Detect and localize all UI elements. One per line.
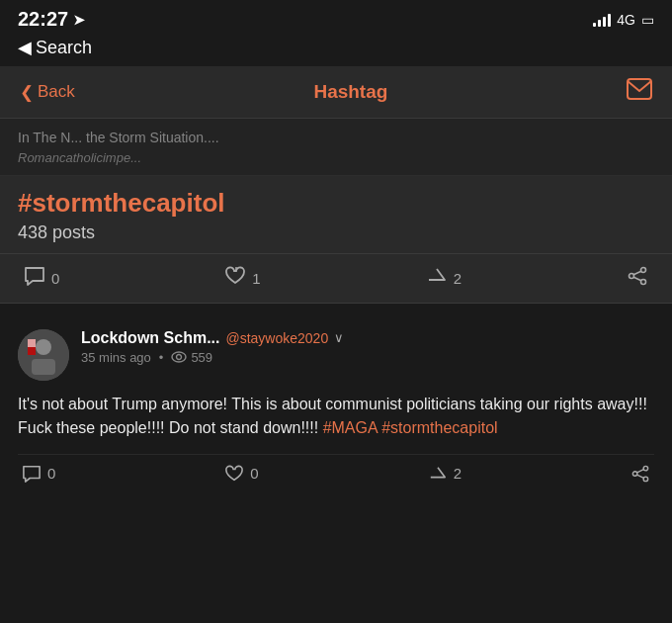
upvote-count: 2 — [454, 270, 462, 287]
svg-point-14 — [643, 466, 648, 471]
share-action[interactable] — [627, 266, 648, 291]
upvote-icon — [428, 465, 448, 483]
network-label: 4G — [617, 12, 635, 28]
hashtag-section: #stormthecapitol 438 posts — [0, 176, 672, 254]
svg-point-2 — [640, 267, 645, 272]
search-back-button[interactable]: ◀ Search — [18, 37, 654, 58]
comment-icon — [24, 266, 45, 291]
preview-text: In The N... the Storm Situation.... — [18, 129, 654, 148]
svg-point-8 — [36, 339, 51, 355]
mail-icon[interactable] — [627, 78, 652, 106]
like-icon — [224, 266, 246, 291]
user-row: Lockdown Schm... @staywoke2020 ∨ — [81, 329, 654, 347]
post-comment-count: 0 — [47, 465, 55, 482]
hashtag-stormthecapitol[interactable]: #stormthecapitol — [381, 419, 497, 436]
user-handle: @staywoke2020 — [225, 330, 328, 346]
post-body: It's not about Trump anymore! This is ab… — [18, 393, 654, 440]
status-icons: 4G ▭ — [593, 12, 654, 28]
svg-point-15 — [643, 477, 648, 482]
like-action[interactable]: 1 — [224, 266, 260, 291]
share-icon — [627, 266, 648, 291]
svg-point-12 — [172, 352, 186, 362]
search-label: Search — [36, 38, 92, 58]
post-card: Lockdown Schm... @staywoke2020 ∨ 35 mins… — [0, 313, 672, 498]
location-arrow-icon: ➤ — [73, 12, 85, 28]
back-chevron-icon: ❮ — [20, 82, 34, 103]
post-upvote-count: 2 — [454, 465, 462, 482]
post-preview: In The N... the Storm Situation.... Roma… — [0, 119, 672, 176]
posts-count: 438 posts — [18, 222, 654, 243]
svg-rect-9 — [32, 359, 55, 375]
back-label: Back — [38, 82, 75, 102]
post-views: 559 — [171, 350, 212, 365]
nav-bar: ❮ Back Hashtag — [0, 66, 672, 119]
svg-line-6 — [633, 277, 641, 281]
back-button[interactable]: ❮ Back — [20, 82, 75, 103]
time-display: 22:27 — [18, 8, 68, 31]
svg-line-17 — [637, 469, 644, 472]
page-title: Hashtag — [313, 81, 387, 103]
svg-line-5 — [633, 271, 641, 275]
preview-user: Romancatholicimpe... — [18, 150, 654, 165]
status-bar: 22:27 ➤ 4G ▭ — [0, 0, 672, 35]
status-time: 22:27 ➤ — [18, 8, 85, 31]
svg-point-3 — [640, 279, 645, 284]
views-count: 559 — [191, 350, 212, 365]
like-icon — [224, 465, 244, 483]
search-bar: ◀ Search — [0, 35, 672, 66]
post-actions: 0 0 2 — [18, 454, 654, 483]
hashtag-maga[interactable]: #MAGA — [323, 419, 378, 436]
dropdown-chevron-icon[interactable]: ∨ — [334, 330, 344, 345]
separator: • — [159, 350, 164, 365]
eye-icon — [171, 351, 187, 363]
action-bar: 0 1 2 — [0, 254, 672, 304]
svg-point-16 — [632, 471, 637, 476]
comment-icon — [22, 465, 42, 483]
time-row: 35 mins ago • 559 — [81, 350, 654, 365]
post-like-action[interactable]: 0 — [224, 465, 258, 483]
svg-point-4 — [629, 273, 633, 278]
upvote-icon — [426, 266, 448, 291]
post-time: 35 mins ago — [81, 350, 151, 365]
upvote-action[interactable]: 2 — [426, 266, 462, 291]
share-icon — [630, 465, 650, 483]
svg-rect-0 — [628, 79, 651, 99]
post-like-count: 0 — [250, 465, 258, 482]
like-count: 1 — [252, 270, 260, 287]
svg-point-13 — [177, 355, 182, 360]
hashtag-title: #stormthecapitol — [18, 188, 654, 219]
avatar — [18, 329, 69, 381]
post-header: Lockdown Schm... @staywoke2020 ∨ 35 mins… — [18, 329, 654, 381]
post-comment-action[interactable]: 0 — [22, 465, 55, 483]
svg-rect-11 — [28, 339, 36, 347]
username: Lockdown Schm... — [81, 329, 219, 347]
post-share-action[interactable] — [630, 465, 650, 483]
back-chevron-icon: ◀ — [18, 37, 32, 58]
post-meta: Lockdown Schm... @staywoke2020 ∨ 35 mins… — [81, 329, 654, 365]
comment-action[interactable]: 0 — [24, 266, 59, 291]
battery-icon: ▭ — [641, 12, 654, 28]
comment-count: 0 — [51, 270, 59, 287]
post-upvote-action[interactable]: 2 — [428, 465, 462, 483]
svg-line-18 — [637, 475, 644, 478]
signal-bars-icon — [593, 13, 611, 27]
